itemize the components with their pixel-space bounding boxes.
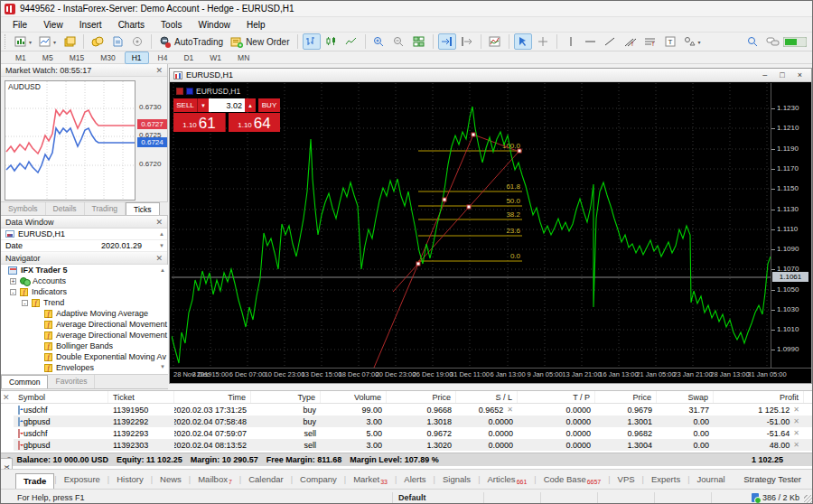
candle-chart-button[interactable] — [322, 33, 341, 50]
toolbox-tab-experts[interactable]: Experts — [644, 472, 687, 486]
expand-icon[interactable]: + — [10, 278, 16, 285]
tick-chart[interactable]: AUDUSD — [5, 80, 136, 201]
close-position-icon[interactable]: ✕ — [793, 441, 799, 449]
navigator-item[interactable]: fAdaptive Moving Average — [1, 308, 168, 319]
sell-button[interactable]: SELL — [173, 98, 198, 112]
buy-button[interactable]: BUY — [258, 98, 280, 112]
new-chart-button[interactable]: ▾ — [12, 33, 34, 50]
column-header-volume[interactable]: Volume — [321, 391, 387, 403]
toolbox-tab-history[interactable]: History — [109, 472, 151, 486]
column-header-ticket[interactable]: Ticket — [108, 391, 174, 403]
zoom-out-button[interactable] — [390, 33, 408, 50]
chevron-down-icon[interactable]: ▾ — [53, 39, 56, 45]
navigator-tab-common[interactable]: Common — [1, 375, 48, 388]
cursor-tool-button[interactable] — [514, 33, 532, 50]
market-watch-tab-details[interactable]: Details — [46, 202, 85, 215]
market-watch-tab-symbols[interactable]: Symbols — [1, 202, 46, 215]
close-icon[interactable]: ✕ — [3, 393, 10, 402]
column-header-sl[interactable]: S / L — [456, 391, 518, 403]
shapes-tool-button[interactable]: ▾ — [681, 33, 704, 50]
navigator-item[interactable]: IFX Trader 5 — [1, 265, 168, 275]
strategy-tester-label[interactable]: Strategy Tester — [743, 474, 801, 484]
close-icon[interactable]: ✕ — [507, 406, 513, 414]
bar-chart-button[interactable] — [303, 33, 321, 50]
sell-price[interactable]: 1.1061 — [173, 113, 226, 132]
buy-price[interactable]: 1.1064 — [229, 113, 280, 132]
collapse-icon[interactable]: - — [10, 289, 16, 295]
toolbox-tab-exposure[interactable]: Exposure — [57, 472, 107, 486]
auto-scroll-button[interactable] — [438, 33, 456, 50]
timeframe-m15[interactable]: M15 — [62, 51, 92, 64]
volume-up-button[interactable]: ▲ — [245, 98, 256, 112]
navigator-item[interactable]: fAverage Directional Movement — [1, 319, 168, 330]
toolbox-tab-calendar[interactable]: Calendar — [241, 472, 291, 486]
menu-view[interactable]: View — [35, 19, 71, 31]
menu-help[interactable]: Help — [238, 19, 274, 31]
toolbox-tab-articles[interactable]: Articles661 — [480, 472, 534, 487]
scroll-up-icon[interactable]: ▲ — [159, 231, 164, 237]
navigator-item[interactable]: -fTrend — [1, 297, 168, 308]
crosshair-tool-button[interactable] — [534, 33, 552, 50]
navigator-item[interactable]: fEnvelopes — [1, 362, 168, 373]
column-header-price[interactable]: Price — [387, 391, 456, 403]
signal-button[interactable] — [128, 33, 146, 50]
data-window-button[interactable] — [108, 33, 126, 50]
chart-shift-button[interactable] — [458, 33, 476, 50]
toolbox-tab-trade[interactable]: Trade — [15, 473, 54, 490]
close-icon[interactable]: ✕ — [155, 66, 163, 75]
menu-tools[interactable]: Tools — [153, 19, 190, 31]
channel-tool-button[interactable]: f — [621, 33, 640, 50]
indicators-button[interactable] — [486, 33, 504, 50]
chevron-down-icon[interactable]: ▾ — [29, 39, 32, 45]
toolbox-tab-journal[interactable]: Journal — [690, 472, 733, 486]
column-header-type[interactable]: Type — [251, 391, 321, 403]
menu-window[interactable]: Window — [190, 19, 238, 31]
horizontal-line-tool-button[interactable] — [582, 33, 600, 50]
trade-row[interactable]: usdchf113922932020.02.04 07:59:07sell5.0… — [14, 427, 813, 439]
timeframe-d1[interactable]: D1 — [176, 51, 201, 64]
chart-window-titlebar[interactable]: EURUSD,H1 – □ × — [170, 69, 811, 82]
close-icon[interactable]: × — [798, 70, 802, 79]
minimize-icon[interactable]: – — [762, 70, 767, 79]
text-tool-button[interactable]: T — [661, 33, 679, 50]
market-watch-tab-ticks[interactable]: Ticks — [126, 202, 160, 215]
column-header-symbol[interactable]: Symbol — [14, 391, 108, 403]
toolbox-tab-alerts[interactable]: Alerts — [397, 472, 433, 486]
navigator-item[interactable]: fAverage Directional Movement — [1, 330, 168, 341]
autotrading-button[interactable]: AutoTrading — [156, 33, 226, 50]
toolbox-tab-code-base[interactable]: Code Base6657 — [537, 472, 609, 487]
column-header-price[interactable]: Price — [595, 391, 657, 403]
trade-table-header[interactable]: SymbolTicketTimeTypeVolumePriceS / LT / … — [1, 391, 813, 404]
timeframe-h4[interactable]: H4 — [151, 51, 175, 64]
navigator-tab-favorites[interactable]: Favorites — [48, 375, 95, 388]
toolbox-tab-mailbox[interactable]: Mailbox7 — [191, 472, 239, 487]
chat-icon[interactable] — [763, 33, 782, 50]
trade-row[interactable]: usdchf113919502020.02.03 17:31:25buy99.0… — [14, 404, 813, 415]
market-watch-button[interactable] — [89, 33, 107, 50]
toolbox-tab-news[interactable]: News — [153, 472, 189, 486]
trendline-tool-button[interactable] — [602, 33, 620, 50]
maximize-icon[interactable]: □ — [780, 70, 784, 79]
resize-grip[interactable] — [804, 495, 813, 504]
new-order-label[interactable]: New Order — [246, 37, 289, 47]
line-chart-button[interactable] — [342, 33, 360, 50]
market-watch-tab-trading[interactable]: Trading — [85, 202, 126, 215]
scroll-up-icon[interactable]: ▲ — [160, 267, 165, 273]
toolbox-tab-signals[interactable]: Signals — [435, 472, 478, 486]
trade-row[interactable]: gbpusd113923032020.02.04 08:13:52sell3.0… — [14, 439, 813, 451]
timeframe-h1[interactable]: H1 — [125, 51, 149, 64]
timeframe-m5[interactable]: M5 — [35, 51, 61, 64]
column-header-swap[interactable]: Swap — [657, 391, 714, 403]
menu-insert[interactable]: Insert — [71, 19, 110, 31]
column-header-profit[interactable]: Profit — [714, 391, 804, 403]
close-position-icon[interactable]: ✕ — [793, 429, 799, 437]
close-icon[interactable]: ✕ — [155, 218, 163, 227]
timeframe-m30[interactable]: M30 — [93, 51, 123, 64]
fibonacci-tool-button[interactable]: f — [641, 33, 659, 50]
navigator-item[interactable]: fDouble Exponential Moving Av — [1, 351, 168, 362]
search-icon[interactable] — [743, 33, 762, 50]
navigator-item[interactable]: +Accounts — [1, 275, 168, 286]
new-order-button[interactable]: New Order — [228, 33, 292, 50]
navigator-item[interactable]: -fIndicators — [1, 286, 168, 297]
profiles-button[interactable]: ▾ — [36, 33, 59, 50]
